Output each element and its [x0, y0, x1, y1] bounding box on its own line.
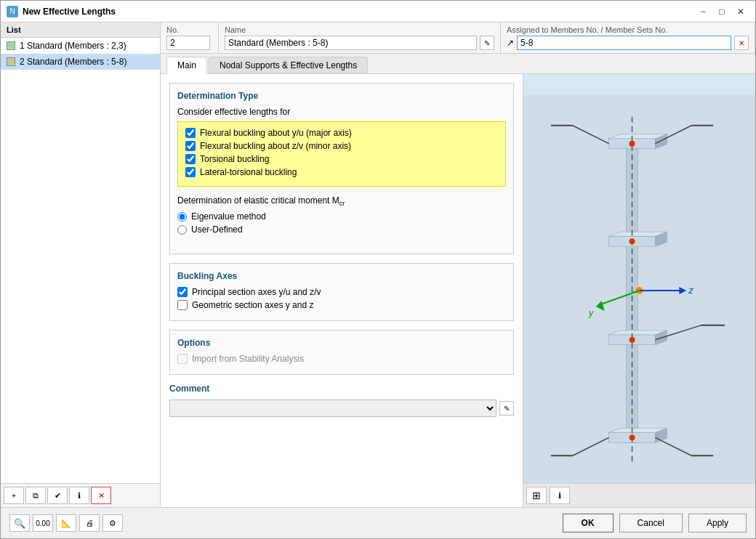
comment-input-row: ✎ [169, 400, 514, 417]
options-section: Options Import from Stability Analysis [169, 330, 514, 375]
comment-edit-button[interactable]: ✎ [499, 401, 514, 416]
list-item[interactable]: 2 Standard (Members : 5-8) [1, 54, 160, 70]
moment-label: Determination of elastic critical moment… [177, 195, 506, 207]
clear-assigned-button[interactable]: ✕ [734, 36, 749, 50]
cb-lateral-torsional[interactable] [185, 167, 196, 177]
determination-title: Determination Type [177, 91, 506, 101]
svg-point-16 [630, 238, 635, 244]
comment-label: Comment [169, 384, 514, 394]
measure-button[interactable]: 📐 [56, 514, 76, 532]
cb-import-stability-label: Import from Stability Analysis [192, 354, 304, 364]
no-label: No. [166, 25, 212, 34]
ba-checkbox-1: Principal section axes y/u and z/v [177, 287, 506, 297]
cb-torsional-label: Torsional buckling [200, 154, 269, 164]
assigned-field: Assigned to Members No. / Member Sets No… [501, 23, 755, 53]
cb-flexural-minor-label: Flexural buckling about z/v (minor axis) [200, 141, 351, 151]
no-field: No. [161, 23, 219, 53]
radio-user-defined: User-Defined [177, 224, 506, 235]
cb-lateral-torsional-label: Lateral-torsional buckling [200, 167, 297, 177]
tab-nodal[interactable]: Nodal Supports & Effective Lengths [209, 57, 368, 73]
check-item-button[interactable]: ✔ [47, 487, 68, 504]
3d-view-panel: y z ⊞ ℹ [523, 74, 755, 507]
radio-user-defined-label: User-Defined [191, 224, 243, 235]
cb-geometric-axes-label: Geometric section axes y and z [192, 300, 313, 310]
settings-button[interactable]: ⚙ [102, 514, 123, 532]
options-title: Options [177, 338, 506, 348]
close-button[interactable]: ✕ [732, 4, 749, 19]
app-icon: N [7, 6, 18, 17]
title-bar: N New Effective Lengths − □ ✕ [1, 1, 755, 23]
content-area: List 1 Standard (Members : 2,3) 2 Standa… [1, 23, 755, 538]
buckling-section: Buckling Axes Principal section axes y/u… [169, 263, 514, 321]
list-items: 1 Standard (Members : 2,3) 2 Standard (M… [1, 38, 160, 483]
tab-main[interactable]: Main [166, 57, 207, 74]
checkbox-row-1: Flexural buckling about y/u (major axis) [185, 128, 498, 138]
moment-subsection: Determination of elastic critical moment… [177, 195, 506, 235]
window-title: New Effective Lengths [23, 7, 690, 17]
delete-item-button[interactable]: ✕ [91, 487, 111, 504]
view-tool-1[interactable]: ⊞ [526, 487, 547, 504]
item-color-1 [7, 41, 15, 50]
svg-point-17 [630, 337, 635, 343]
view-tool-2[interactable]: ℹ [550, 487, 570, 504]
comment-dropdown[interactable] [169, 400, 496, 417]
print-button[interactable]: 🖨 [79, 514, 100, 532]
assigned-input[interactable] [517, 36, 731, 50]
list-actions: + ⧉ ✔ ℹ ✕ [1, 483, 160, 507]
member-icon: ↗ [507, 38, 514, 48]
item-color-2 [7, 57, 15, 66]
radio-eigenvalue: Eigenvalue method [177, 211, 506, 222]
name-field: Name ✎ [219, 23, 501, 53]
cb-flexural-minor[interactable] [185, 141, 196, 151]
tabs: Main Nodal Supports & Effective Lengths [161, 54, 755, 74]
ok-button[interactable]: OK [563, 514, 614, 532]
edit-name-button[interactable]: ✎ [480, 36, 494, 50]
radio-eigenvalue-input[interactable] [177, 212, 187, 222]
checkbox-row-3: Torsional buckling [185, 154, 498, 164]
apply-button[interactable]: Apply [688, 514, 747, 532]
main-content: List 1 Standard (Members : 2,3) 2 Standa… [1, 23, 755, 507]
window-controls: − □ ✕ [694, 4, 749, 19]
decimal-button[interactable]: 0.00 [33, 514, 53, 532]
search-button[interactable]: 🔍 [9, 514, 30, 532]
main-panel: Determination Type Consider effective le… [161, 74, 523, 507]
name-input[interactable] [225, 36, 477, 50]
checkbox-row-4: Lateral-torsional buckling [185, 167, 498, 177]
assigned-label: Assigned to Members No. / Member Sets No… [507, 25, 749, 34]
list-item-label: 2 Standard (Members : 5-8) [20, 57, 126, 67]
minimize-button[interactable]: − [694, 4, 712, 19]
tab-content: Determination Type Consider effective le… [161, 74, 755, 507]
op-checkbox-1: Import from Stability Analysis [177, 354, 506, 364]
determination-section: Determination Type Consider effective le… [169, 83, 514, 254]
svg-point-15 [630, 141, 635, 147]
radio-eigenvalue-label: Eigenvalue method [191, 211, 266, 222]
bottom-left-toolbar: 🔍 0.00 📐 🖨 ⚙ [9, 514, 557, 532]
no-input[interactable] [166, 36, 210, 50]
consider-label: Consider effective lengths for [177, 107, 506, 117]
copy-item-button[interactable]: ⧉ [25, 487, 46, 504]
add-item-button[interactable]: + [4, 487, 24, 504]
svg-text:z: z [688, 285, 693, 296]
info-item-button[interactable]: ℹ [69, 487, 89, 504]
cb-flexural-major[interactable] [185, 128, 196, 138]
list-header: List [1, 23, 160, 38]
cb-geometric-axes[interactable] [177, 300, 188, 310]
list-item[interactable]: 1 Standard (Members : 2,3) [1, 38, 160, 54]
cb-principal-axes[interactable] [177, 287, 188, 297]
3d-view-canvas: y z [523, 74, 755, 507]
assigned-input-row: ↗ ✕ [507, 36, 749, 50]
dialog-footer: 🔍 0.00 📐 🖨 ⚙ OK Cancel Apply [1, 507, 755, 538]
comment-section: Comment ✎ [169, 384, 514, 417]
svg-point-18 [630, 434, 635, 440]
buckling-title: Buckling Axes [177, 271, 506, 281]
cb-torsional[interactable] [185, 154, 196, 164]
left-panel: List 1 Standard (Members : 2,3) 2 Standa… [1, 23, 161, 507]
cancel-button[interactable]: Cancel [619, 514, 683, 532]
main-window: N New Effective Lengths − □ ✕ List 1 Sta… [0, 0, 756, 539]
cb-principal-axes-label: Principal section axes y/u and z/v [192, 287, 321, 297]
ba-checkbox-2: Geometric section axes y and z [177, 300, 506, 310]
cb-import-stability[interactable] [177, 354, 188, 364]
right-section: No. Name ✎ Assigned to Members No. / Mem… [161, 23, 755, 507]
radio-user-defined-input[interactable] [177, 225, 187, 235]
maximize-button[interactable]: □ [713, 4, 731, 19]
